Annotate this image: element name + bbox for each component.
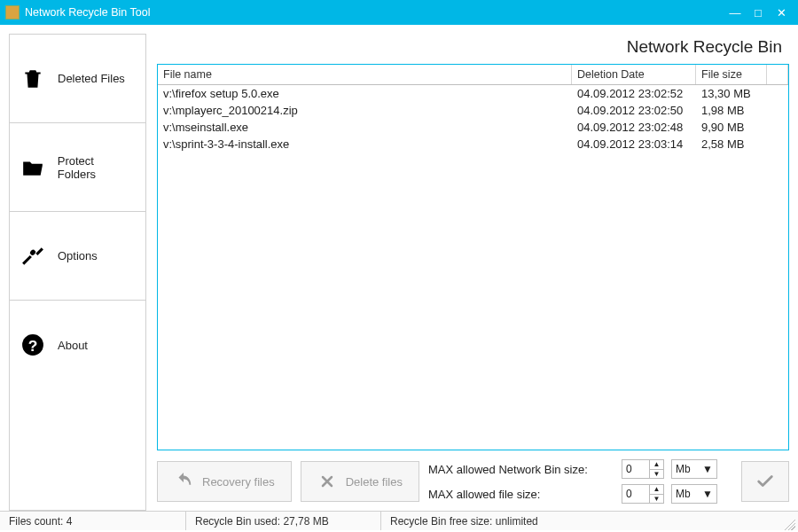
col-header-extra <box>767 65 788 84</box>
sidebar-item-about[interactable]: ? About <box>10 301 145 389</box>
bottom-bar: Recovery files Delete files MAX allowed … <box>157 450 789 511</box>
table-row[interactable]: v:\mseinstall.exe04.09.2012 23:02:489,90… <box>158 119 788 136</box>
file-size-spinner[interactable]: 0 ▲▼ <box>622 484 664 504</box>
cell-size: 2,58 MB <box>696 137 767 152</box>
cell-size: 13,30 MB <box>696 86 767 101</box>
sidebar-item-label: About <box>58 339 88 352</box>
table-header: File name Deletion Date File size <box>158 65 788 85</box>
sidebar-item-deleted-files[interactable]: Deleted Files <box>10 35 145 123</box>
table-body: v:\firefox setup 5.0.exe04.09.2012 23:02… <box>158 85 788 450</box>
col-header-name[interactable]: File name <box>158 65 572 84</box>
status-used: Recycle Bin used: 27,78 MB <box>186 512 381 530</box>
check-icon <box>755 472 775 491</box>
app-icon <box>5 5 20 20</box>
table-row[interactable]: v:\firefox setup 5.0.exe04.09.2012 23:02… <box>158 85 788 102</box>
table-row[interactable]: v:\mplayerc_20100214.zip04.09.2012 23:02… <box>158 102 788 119</box>
main-pane: Network Recycle Bin File name Deletion D… <box>157 34 789 511</box>
titlebar[interactable]: Network Recycle Bin Tool — □ ✕ <box>0 0 798 25</box>
delete-label: Delete files <box>346 475 403 489</box>
x-icon <box>317 472 337 491</box>
cell-date: 04.09.2012 23:03:14 <box>572 137 696 152</box>
undo-icon <box>174 472 193 491</box>
delete-button[interactable]: Delete files <box>301 461 419 502</box>
chevron-down-icon: ▼ <box>702 463 713 475</box>
apply-button[interactable] <box>741 461 789 502</box>
window-title: Network Recycle Bin Tool <box>25 6 724 19</box>
close-button[interactable]: ✕ <box>770 6 793 20</box>
status-count: Files count: 4 <box>0 512 186 530</box>
cell-name: v:\mplayerc_20100214.zip <box>158 103 572 118</box>
svg-text:?: ? <box>28 337 38 355</box>
col-header-size[interactable]: File size <box>696 65 767 84</box>
cell-size: 9,90 MB <box>696 120 767 135</box>
minimize-button[interactable]: — <box>724 6 747 20</box>
workarea: Deleted Files Protect Folders Options ? … <box>0 25 798 511</box>
file-size-label: MAX allowed file size: <box>428 488 614 501</box>
file-table[interactable]: File name Deletion Date File size v:\fir… <box>157 64 789 450</box>
col-header-date[interactable]: Deletion Date <box>572 65 696 84</box>
table-row[interactable]: v:\sprint-3-3-4-install.exe04.09.2012 23… <box>158 136 788 153</box>
bin-size-value[interactable]: 0 <box>622 460 649 478</box>
sidebar-item-label: Options <box>58 249 98 262</box>
page-title: Network Recycle Bin <box>157 34 789 64</box>
spin-down-icon[interactable]: ▼ <box>650 470 663 479</box>
cell-date: 04.09.2012 23:02:52 <box>572 86 696 101</box>
cell-size: 1,98 MB <box>696 103 767 118</box>
folder-open-icon <box>20 155 45 180</box>
spin-up-icon[interactable]: ▲ <box>650 460 663 470</box>
size-limits: MAX allowed Network Bin size: 0 ▲▼ Mb▼ M… <box>428 459 732 504</box>
file-size-unit[interactable]: Mb▼ <box>671 484 717 504</box>
sidebar-item-protect-folders[interactable]: Protect Folders <box>10 123 145 212</box>
help-icon: ? <box>20 332 45 357</box>
file-size-value[interactable]: 0 <box>622 485 649 503</box>
status-bar: Files count: 4 Recycle Bin used: 27,78 M… <box>0 511 798 530</box>
cell-name: v:\mseinstall.exe <box>158 120 572 135</box>
status-free: Recycle Bin free size: unlimited <box>381 512 781 530</box>
spin-down-icon[interactable]: ▼ <box>650 495 663 504</box>
sidebar: Deleted Files Protect Folders Options ? … <box>9 34 146 511</box>
sidebar-item-options[interactable]: Options <box>10 212 145 301</box>
maximize-button[interactable]: □ <box>747 6 770 20</box>
chevron-down-icon: ▼ <box>702 488 713 500</box>
recovery-label: Recovery files <box>202 475 275 489</box>
spin-up-icon[interactable]: ▲ <box>650 485 663 495</box>
cell-name: v:\sprint-3-3-4-install.exe <box>158 137 572 152</box>
cell-name: v:\firefox setup 5.0.exe <box>158 86 572 101</box>
sidebar-item-label: Protect Folders <box>58 154 135 181</box>
trash-icon <box>20 66 45 91</box>
recovery-button[interactable]: Recovery files <box>157 461 292 502</box>
resize-grip[interactable] <box>781 516 795 530</box>
sidebar-item-label: Deleted Files <box>58 72 125 85</box>
bin-size-unit[interactable]: Mb▼ <box>671 459 717 479</box>
bin-size-label: MAX allowed Network Bin size: <box>428 463 614 476</box>
cell-date: 04.09.2012 23:02:50 <box>572 103 696 118</box>
cell-date: 04.09.2012 23:02:48 <box>572 120 696 135</box>
tools-icon <box>20 244 45 269</box>
bin-size-spinner[interactable]: 0 ▲▼ <box>622 459 664 479</box>
